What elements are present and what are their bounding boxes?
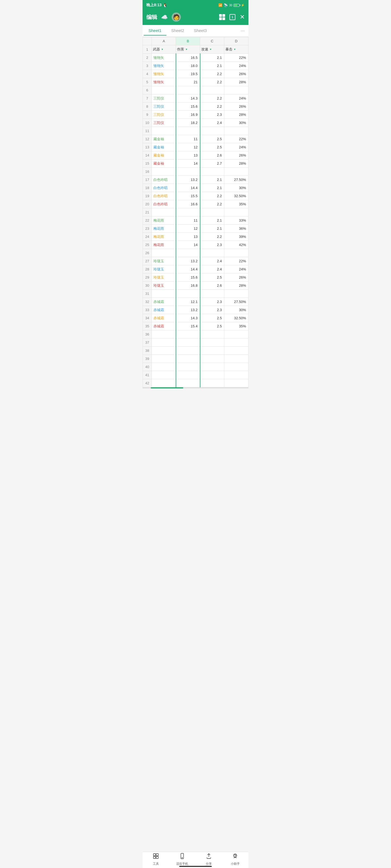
cell-a[interactable] xyxy=(152,371,176,379)
cell-c[interactable]: 2.2 xyxy=(200,233,224,241)
cell-c[interactable] xyxy=(200,339,224,347)
cell-b[interactable]: 11 xyxy=(176,216,200,225)
cell-c[interactable]: 2.2 xyxy=(200,94,224,102)
cell-d[interactable] xyxy=(224,339,248,347)
cell-c[interactable]: 2.3 xyxy=(200,306,224,314)
cell-a[interactable]: 梅花雨 xyxy=(152,241,176,249)
cell-a[interactable]: 梅花雨 xyxy=(152,233,176,241)
tab-sheet3[interactable]: Sheet3 xyxy=(189,26,212,35)
sheet-number-icon[interactable]: 1 xyxy=(229,14,235,20)
cell-a[interactable] xyxy=(152,363,176,371)
cell-a[interactable]: 白色吟唱 xyxy=(152,200,176,208)
cell-a[interactable] xyxy=(152,347,176,355)
cell-b[interactable]: 16.6 xyxy=(176,200,200,208)
tab-sheet2[interactable]: Sheet2 xyxy=(166,26,189,35)
cell-d[interactable] xyxy=(224,355,248,363)
cell-a[interactable] xyxy=(152,249,176,257)
close-icon[interactable]: ✕ xyxy=(240,13,245,21)
cell-b[interactable]: 16.9 xyxy=(176,111,200,119)
cell-b[interactable]: 14.3 xyxy=(176,314,200,322)
cell-c[interactable] xyxy=(200,371,224,379)
cell-d[interactable]: 30% xyxy=(224,306,248,314)
cell-a[interactable]: 三陀仪 xyxy=(152,119,176,127)
cell-a[interactable] xyxy=(152,355,176,363)
cell-c[interactable]: 2.2 xyxy=(200,70,224,78)
avatar[interactable]: 🧑 xyxy=(172,12,181,22)
cell-b[interactable]: 14.4 xyxy=(176,265,200,273)
cell-c[interactable]: 2.7 xyxy=(200,159,224,167)
cell-d[interactable]: 32.50% xyxy=(224,192,248,200)
spreadsheet-container[interactable]: A B C D 1武器▼伤害▼攻速▼暴击▼2雏翎矢16.52.122%3雏翎矢1… xyxy=(143,37,248,388)
cell-c[interactable]: 2.4 xyxy=(200,265,224,273)
cell-b[interactable]: 15.6 xyxy=(176,102,200,111)
cell-b[interactable]: 12 xyxy=(176,225,200,233)
cell-b[interactable]: 13.2 xyxy=(176,306,200,314)
cell-a[interactable]: 赤城霜 xyxy=(152,322,176,330)
cell-d[interactable] xyxy=(224,347,248,355)
cell-d[interactable]: 33% xyxy=(224,216,248,225)
cell-b[interactable]: 13 xyxy=(176,151,200,159)
cell-c[interactable]: 2.4 xyxy=(200,257,224,265)
cell-a[interactable]: 白色吟唱 xyxy=(152,184,176,192)
cell-a[interactable]: 藏金袖 xyxy=(152,135,176,143)
cell-b[interactable]: 14.4 xyxy=(176,184,200,192)
cell-c[interactable]: 2.5 xyxy=(200,143,224,151)
cell-a[interactable] xyxy=(152,208,176,216)
cell-c[interactable]: 2.1 xyxy=(200,216,224,225)
cell-a[interactable]: 玲珑玉 xyxy=(152,257,176,265)
cell-d[interactable]: 26% xyxy=(224,102,248,111)
cell-d[interactable]: 30% xyxy=(224,119,248,127)
cell-b[interactable]: 14.3 xyxy=(176,94,200,102)
cell-b[interactable]: 14 xyxy=(176,241,200,249)
cell-c[interactable] xyxy=(200,208,224,216)
cell-a[interactable]: 白色吟唱 xyxy=(152,176,176,184)
cell-d[interactable] xyxy=(224,249,248,257)
cell-d[interactable]: 28% xyxy=(224,282,248,290)
cell-a[interactable]: 白色吟唱 xyxy=(152,192,176,200)
col-header-a[interactable]: A xyxy=(152,37,176,45)
cell-b[interactable]: 13.2 xyxy=(176,257,200,265)
cell-c[interactable] xyxy=(200,86,224,94)
cell-c[interactable]: 2.2 xyxy=(200,192,224,200)
cell-b[interactable]: 19.5 xyxy=(176,70,200,78)
cell-c[interactable] xyxy=(200,363,224,371)
cell-d[interactable]: 24% xyxy=(224,94,248,102)
cell-b[interactable]: 12.1 xyxy=(176,298,200,306)
cell-b[interactable] xyxy=(176,363,200,371)
cell-b[interactable]: 21 xyxy=(176,78,200,86)
cell-c[interactable] xyxy=(200,290,224,298)
cell-d[interactable]: 24% xyxy=(224,62,248,70)
cell-d[interactable] xyxy=(224,86,248,94)
cell-a[interactable]: 玲珑玉 xyxy=(152,273,176,282)
cell-b[interactable]: 15.6 xyxy=(176,273,200,282)
cell-b[interactable]: 11 xyxy=(176,135,200,143)
cell-b[interactable] xyxy=(176,86,200,94)
cell-d[interactable]: 39% xyxy=(224,233,248,241)
cell-b[interactable] xyxy=(176,330,200,339)
cell-d[interactable]: 27.50% xyxy=(224,298,248,306)
grid-view-icon[interactable] xyxy=(219,14,225,20)
cell-b[interactable] xyxy=(176,339,200,347)
cell-c[interactable]: 2.6 xyxy=(200,282,224,290)
cell-a[interactable]: 藏金袖 xyxy=(152,151,176,159)
cell-b[interactable]: 14 xyxy=(176,159,200,167)
cell-d[interactable] xyxy=(224,208,248,216)
cell-a[interactable]: 赤城霜 xyxy=(152,314,176,322)
sheet-more-button[interactable]: ··· xyxy=(238,26,247,36)
cell-c[interactable] xyxy=(200,347,224,355)
cell-c[interactable] xyxy=(200,167,224,176)
cell-a[interactable]: 雏翎矢 xyxy=(152,54,176,62)
cell-d[interactable] xyxy=(224,363,248,371)
cell-d[interactable]: 24% xyxy=(224,143,248,151)
cell-b[interactable] xyxy=(176,347,200,355)
cell-c[interactable] xyxy=(200,379,224,388)
cell-d[interactable]: 26% xyxy=(224,151,248,159)
cloud-save-icon[interactable]: ☁️ xyxy=(161,14,168,20)
cell-b[interactable]: 15.5 xyxy=(176,192,200,200)
cell-d[interactable]: 26% xyxy=(224,70,248,78)
cell-b[interactable] xyxy=(176,208,200,216)
cell-d[interactable]: 22% xyxy=(224,257,248,265)
cell-c[interactable] xyxy=(200,330,224,339)
cell-b[interactable] xyxy=(176,290,200,298)
cell-a[interactable]: 玲珑玉 xyxy=(152,282,176,290)
